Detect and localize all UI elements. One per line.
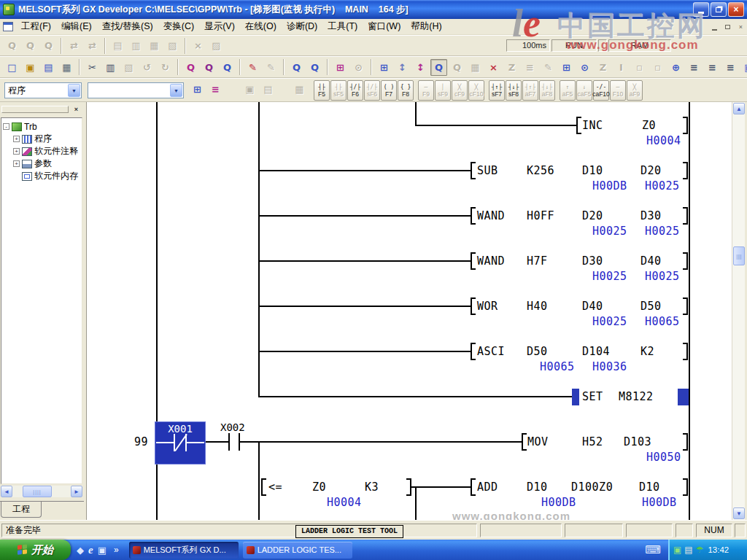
tree-item-2[interactable]: +参数	[3, 158, 82, 170]
tree-item-1[interactable]: +软元件注释	[3, 145, 82, 158]
menu-item-1[interactable]: 编辑(E)	[56, 19, 97, 34]
program-list-button[interactable]: ▦	[291, 81, 308, 98]
instruction-text[interactable]: D10	[527, 480, 548, 494]
copy-button[interactable]: ▥	[102, 59, 119, 76]
tile-horizontally-button[interactable]: ▫	[649, 59, 666, 76]
instruction-text[interactable]: WAND	[477, 254, 505, 268]
monitor-mode-button[interactable]: Q	[430, 59, 447, 76]
ladder-logic-test-tool-window[interactable]: LADDER LOGIC TEST TOOL	[295, 525, 403, 538]
ladder-view-button[interactable]: ⊞	[376, 59, 392, 76]
instruction-text[interactable]: H7F	[527, 254, 548, 268]
bookmark-button[interactable]: ×	[190, 37, 206, 54]
sampling-trace-button[interactable]: ⊙	[576, 59, 593, 76]
instruction-text[interactable]: K3	[365, 480, 379, 494]
zoom-in-button[interactable]: Q	[306, 59, 323, 76]
instruction-text[interactable]: MOV	[527, 435, 549, 449]
instruction-text[interactable]: D103	[624, 435, 651, 449]
open-project-button[interactable]: ▣	[22, 59, 39, 76]
instruction-text[interactable]: D40	[640, 254, 662, 268]
find-instruction-button[interactable]: Q	[22, 37, 39, 54]
scroll-up-icon[interactable]: ▲	[733, 103, 745, 114]
menu-item-8[interactable]: 窗口(W)	[363, 19, 406, 34]
replace-instruction-button[interactable]: ⇄	[84, 37, 101, 54]
new-project-button[interactable]: □	[4, 59, 20, 76]
paste-button[interactable]: ▧	[120, 59, 137, 76]
z-transfer-button[interactable]: Z	[595, 59, 611, 76]
program-combo[interactable]: 程序 ▼	[4, 82, 82, 98]
fkey-cF10-button[interactable]: ╳cF10	[468, 80, 484, 101]
tray-umbrella-icon[interactable]: ☂	[696, 545, 704, 555]
vscroll-thumb[interactable]: ||||	[733, 246, 745, 265]
statement-display-button[interactable]: ≡	[704, 59, 721, 76]
taskbar-task-1[interactable]: LADDER LOGIC TES...	[243, 542, 352, 559]
mdi-restore-button[interactable]	[721, 21, 734, 32]
fkey-sF5-button[interactable]: ┤├sF5	[330, 80, 347, 101]
tree-expand-icon[interactable]: +	[13, 160, 20, 167]
instruction-text[interactable]: H52	[582, 435, 603, 449]
fkey-caF5-button[interactable]: ↓caF5	[576, 80, 592, 101]
minimize-button[interactable]	[693, 2, 709, 17]
ladder-write-button[interactable]: ✎	[244, 59, 261, 76]
dropdown-arrow-icon[interactable]: ▼	[170, 84, 182, 97]
document-edit-button[interactable]: ✎	[263, 59, 279, 76]
instruction-text[interactable]: Z0	[312, 480, 326, 494]
menu-item-7[interactable]: 工具(T)	[322, 19, 363, 34]
insert-row-button[interactable]: ▦	[146, 37, 163, 54]
instruction-text[interactable]: D50	[527, 344, 548, 359]
options-button[interactable]: ▣	[740, 59, 747, 76]
tree-expand-icon[interactable]: +	[13, 148, 20, 155]
instruction-text[interactable]: D50	[640, 299, 662, 314]
instruction-text[interactable]: D20	[640, 163, 662, 178]
show-desktop-icon[interactable]: ◆	[77, 545, 84, 556]
monitor-stop-button[interactable]: ×	[485, 59, 502, 76]
zoom-out-button[interactable]: Q	[288, 59, 305, 76]
menu-item-9[interactable]: 帮助(H)	[406, 19, 446, 34]
instruction-text[interactable]: WOR	[477, 299, 498, 314]
input-method-icon[interactable]: ⌨	[645, 543, 668, 556]
fkey-sF6-button[interactable]: ┤/├sF6	[364, 80, 380, 101]
instruction-text[interactable]: WAND	[477, 209, 505, 223]
program-edit-button[interactable]: ✎	[540, 59, 557, 76]
step-run-in-button[interactable]: ↕	[394, 59, 411, 76]
instruction-text[interactable]: H0FF	[527, 209, 554, 223]
restore-button[interactable]	[711, 2, 727, 17]
tree-expand-icon[interactable]: +	[13, 136, 20, 142]
fkey-aF8-button[interactable]: ┤↓├aF8	[539, 80, 555, 101]
fkey-F6-button[interactable]: ┤/├F6	[347, 80, 363, 101]
trace-button[interactable]: ≡	[522, 59, 538, 76]
scroll-right-icon[interactable]: ►	[71, 486, 82, 497]
taskbar-task-0[interactable]: MELSOFT系列 GX D...	[129, 542, 239, 559]
print-button[interactable]: ▦	[58, 59, 75, 76]
fkey-sF8-button[interactable]: ┤↓├sF8	[506, 80, 522, 101]
fkey-F10-button[interactable]: ─F10	[610, 80, 626, 101]
step-run-out-button[interactable]: ↕	[412, 59, 429, 76]
tree-item-3[interactable]: 软元件内存	[3, 170, 82, 182]
instruction-text[interactable]: INC	[582, 118, 603, 133]
instruction-text[interactable]: ADD	[477, 480, 498, 494]
find-device-button[interactable]: Q	[4, 37, 20, 54]
find-step-button[interactable]: Q	[40, 37, 57, 54]
find-device2-button[interactable]: Q	[201, 59, 217, 76]
scroll-left-icon[interactable]: ◄	[1, 486, 12, 497]
monitor-write-button[interactable]: Q	[449, 59, 465, 76]
display-next-button[interactable]: ⊙	[350, 59, 367, 76]
instruction-text[interactable]: SUB	[477, 163, 498, 178]
cross-reference-button[interactable]: ▤	[109, 37, 126, 54]
internet-explorer-icon[interactable]: e	[88, 544, 93, 556]
menu-item-6[interactable]: 诊断(D)	[282, 19, 322, 34]
fkey-F9-button[interactable]: ─F9	[418, 80, 434, 101]
menu-item-0[interactable]: 工程(F)	[16, 19, 56, 34]
display-prev-button[interactable]: ⊞	[332, 59, 349, 76]
instruction-text[interactable]: D40	[582, 299, 603, 314]
tree-item-root[interactable]: -Trb	[3, 120, 82, 133]
fkey-aF9-button[interactable]: ╳aF9	[627, 80, 643, 101]
instruction-text[interactable]: D10	[639, 480, 660, 494]
start-button[interactable]: 开始	[0, 540, 71, 560]
fkey-sF7-button[interactable]: ┤↑├sF7	[489, 80, 505, 101]
ladder-canvas[interactable]: X001 X002 99 www.gongkong.com INCZ0SUBK2…	[87, 102, 732, 520]
cut-button[interactable]: ✂	[84, 59, 101, 76]
chevron-icon[interactable]: »	[114, 545, 119, 555]
instruction-text[interactable]: H40	[527, 299, 548, 314]
sfc-zoom-button[interactable]: ▣	[241, 81, 258, 98]
instruction-text[interactable]: D30	[582, 254, 603, 268]
